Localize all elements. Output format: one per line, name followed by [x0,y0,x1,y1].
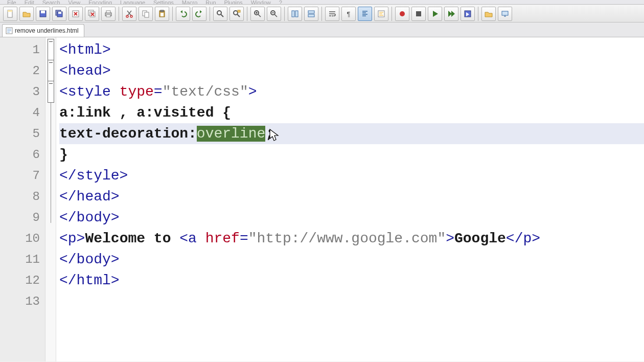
svg-point-20 [217,11,221,15]
fold-toggle-icon[interactable] [48,39,54,61]
macro-record-button[interactable] [395,7,409,21]
menu-item[interactable]: Language [120,1,145,4]
indent-guide-button[interactable] [358,7,372,21]
close-button[interactable] [68,7,83,21]
menu-item[interactable]: Macro [182,1,198,4]
code-line-current[interactable]: text-decoration:overline; [59,123,644,144]
separator [478,7,478,21]
code-line[interactable]: <p>Welcome to <a href="http://www.google… [59,228,644,249]
code-line[interactable]: </body> [59,207,644,228]
menu-item[interactable]: ? [279,1,282,4]
save-button[interactable] [36,7,50,21]
editor: 1 2 3 4 5 6 7 8 9 10 11 12 13 <html> <he… [0,37,644,361]
code-line[interactable]: </head> [59,186,644,207]
sync-vertical-button[interactable] [288,7,302,21]
zoom-in-button[interactable] [250,7,265,21]
word-wrap-button[interactable] [325,7,339,21]
svg-rect-6 [58,12,61,14]
paste-button[interactable] [155,7,169,21]
separator [119,7,119,21]
line-number: 5 [0,123,45,144]
svg-rect-19 [160,13,164,16]
macro-play-button[interactable] [428,7,442,21]
line-number: 12 [0,270,45,291]
line-number: 7 [0,165,45,186]
file-icon [6,27,13,34]
code-line[interactable]: a:link , a:visited { [59,102,644,123]
tab-bar: remove underlines.html [0,22,644,37]
redo-button[interactable] [192,7,206,21]
line-number: 11 [0,249,45,270]
svg-point-21 [234,11,238,15]
line-number-gutter: 1 2 3 4 5 6 7 8 9 10 11 12 13 [0,37,45,361]
line-number: 3 [0,81,45,102]
svg-rect-22 [238,10,240,12]
separator [210,7,210,21]
code-area[interactable]: <html> <head> <style type="text/css"> a:… [56,37,644,361]
code-line[interactable]: </html> [59,270,644,291]
cut-button[interactable] [122,7,136,21]
code-line[interactable] [59,291,644,312]
save-all-button[interactable] [52,7,66,21]
line-number: 1 [0,39,45,60]
svg-rect-12 [106,15,110,17]
menu-item[interactable]: Window [251,1,271,4]
separator [247,7,247,21]
menu-item[interactable]: View [68,1,81,4]
copy-button[interactable] [139,7,153,21]
find-button[interactable] [213,7,227,21]
macro-save-button[interactable] [461,7,475,21]
show-all-chars-button[interactable]: ¶ [341,7,356,21]
toolbar: ¶ [0,5,644,22]
print-button[interactable] [101,7,116,21]
code-line[interactable]: </style> [59,165,644,186]
svg-rect-31 [416,11,421,16]
menu-item[interactable]: File [7,1,16,4]
doc-map-button[interactable] [374,7,388,21]
code-line[interactable]: <html> [59,39,644,60]
open-file-button[interactable] [19,7,34,21]
close-all-button[interactable] [85,7,99,21]
fold-column [45,37,56,361]
menu-item[interactable]: Edit [25,1,34,4]
fold-toggle-icon[interactable] [48,81,54,103]
svg-rect-27 [308,11,314,13]
text-selection: overline [197,126,265,142]
line-number: 9 [0,207,45,228]
menu-item[interactable]: Run [205,1,216,4]
code-line[interactable]: } [59,144,644,165]
line-number: 10 [0,228,45,249]
fold-toggle-icon[interactable] [48,60,54,82]
fold-guide [51,202,51,223]
replace-button[interactable] [229,7,244,21]
fold-guide [51,144,51,165]
separator [172,7,173,21]
menu-item[interactable]: Search [42,1,60,4]
line-number: 8 [0,186,45,207]
fold-guide [51,165,51,186]
undo-button[interactable] [176,7,190,21]
menu-item[interactable]: Encoding [88,1,112,4]
svg-rect-16 [145,12,149,17]
sync-horizontal-button[interactable] [304,7,318,21]
menu-item[interactable]: Plugins [224,1,243,4]
macro-stop-button[interactable] [411,7,426,21]
code-line[interactable]: </body> [59,249,644,270]
new-file-button[interactable] [3,7,17,21]
code-line[interactable]: <head> [59,60,644,81]
zoom-out-button[interactable] [267,7,281,21]
code-line[interactable]: <style type="text/css"> [59,81,644,102]
menubar: File Edit Search View Encoding Language … [0,0,644,5]
macro-play-multi-button[interactable] [444,7,458,21]
separator [284,7,285,21]
svg-rect-11 [106,11,110,13]
file-tab[interactable]: remove underlines.html [2,24,84,37]
monitor-button[interactable] [498,7,512,21]
open-folder-button[interactable] [481,7,496,21]
line-number: 2 [0,60,45,81]
svg-rect-1 [8,10,12,12]
fold-guide [51,123,51,144]
menu-item[interactable]: Settings [153,1,174,4]
separator [321,7,322,21]
line-number: 6 [0,144,45,165]
